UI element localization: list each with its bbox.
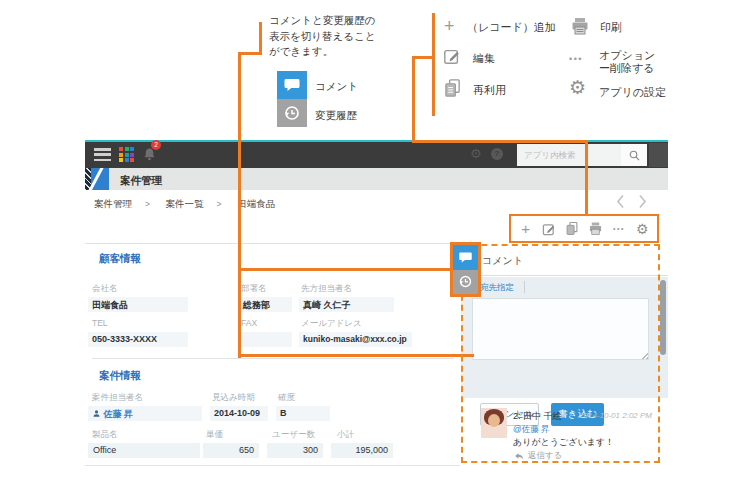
field-label: 部署名	[241, 283, 267, 295]
hamburger-menu-icon[interactable]	[94, 148, 111, 161]
breadcrumb-app[interactable]: 案件管理	[94, 198, 132, 209]
field-label: FAX	[241, 318, 257, 328]
table-header: 小計	[337, 429, 354, 441]
app-bar: 案件管理	[85, 168, 668, 190]
breadcrumb-separator: >	[217, 199, 222, 209]
reuse-icon	[443, 78, 462, 102]
divider	[524, 281, 525, 293]
reply-button[interactable]: 返信する	[513, 450, 562, 462]
record-toolbar: + ••• ⚙	[509, 214, 659, 243]
comment-author: 2: 田中 千絵	[513, 410, 562, 423]
comment-toggle-label: コメント	[315, 80, 358, 94]
field-value-email: kuniko-masaki@xxx.co.jp	[299, 332, 412, 347]
header-gear-icon[interactable]: ⚙	[470, 146, 482, 161]
person-icon	[92, 409, 101, 418]
field-label: メールアドレス	[301, 318, 362, 330]
reply-label: 返信する	[528, 450, 562, 462]
comment-textarea[interactable]	[472, 298, 649, 360]
edit-icon	[443, 47, 461, 69]
legend-edit-label: 編集	[473, 51, 495, 66]
field-label: 確度	[278, 392, 295, 404]
legend-add-label: （レコード）追加	[467, 20, 556, 35]
options-icon: •••	[569, 54, 583, 64]
mention-link[interactable]: @佐藤 昇	[513, 424, 550, 436]
author-name: 田中 千絵	[523, 411, 562, 421]
history-toggle-button[interactable]	[453, 270, 478, 295]
breadcrumb-list[interactable]: 案件一覧	[166, 198, 204, 209]
annotation-line	[238, 52, 262, 55]
breadcrumb-separator: >	[145, 199, 150, 209]
annotation-line	[432, 13, 435, 116]
options-menu-button[interactable]: •••	[611, 221, 627, 237]
comment-form: 宛先指定 キャンセル 書き込む	[461, 277, 668, 398]
comment-bubble-icon	[277, 71, 307, 99]
table-header: ユーザー数	[272, 429, 315, 441]
annotation-line	[412, 56, 415, 143]
table-cell-users: 300	[267, 443, 323, 458]
history-toggle-label: 変更履歴	[315, 109, 357, 123]
comment-panel: コメント 宛先指定 キャンセル 書き込む 2: 田中 千絵 2014-10-01…	[461, 243, 668, 467]
search-button[interactable]	[621, 144, 647, 166]
print-icon	[570, 16, 590, 40]
table-cell-unit-price: 650	[203, 443, 259, 458]
history-clock-icon	[458, 274, 473, 289]
legend-options-label-2: ー削除する	[599, 61, 655, 76]
field-value-owner: 佐藤 昇	[88, 406, 202, 421]
avatar	[481, 408, 507, 438]
table-cell-product: Office	[88, 443, 200, 458]
annotation-line	[412, 140, 588, 143]
section-title-customer: 顧客情報	[99, 252, 141, 266]
search-input[interactable]	[517, 144, 621, 166]
help-icon[interactable]: ?	[491, 148, 503, 160]
section-divider	[92, 358, 454, 359]
prev-record-chevron-icon[interactable]	[614, 193, 627, 210]
global-header: 2 ⚙ ?	[85, 142, 668, 168]
owner-user-link[interactable]: 佐藤 昇	[104, 409, 134, 419]
legend-print-label: 印刷	[600, 20, 622, 35]
field-label: TEL	[92, 318, 108, 328]
app-launcher-icon[interactable]	[119, 147, 135, 163]
edit-record-button[interactable]	[541, 221, 557, 237]
add-record-button[interactable]: +	[518, 221, 534, 237]
comment-timestamp: 2014-10-01 2:02 PM	[579, 411, 652, 420]
next-record-chevron-icon[interactable]	[636, 193, 649, 210]
app-title: 案件管理	[120, 174, 162, 188]
annotation-line	[412, 56, 435, 59]
field-value-fax	[239, 332, 292, 347]
breadcrumb-record: 田端食品	[237, 198, 275, 209]
legend-settings-label: アプリの設定	[599, 85, 666, 100]
resize-grip[interactable]	[642, 353, 648, 359]
app-settings-button[interactable]: ⚙	[634, 221, 650, 237]
help-page: コメントと変更履歴の表示を切り替えることができます。 コメント 変更履歴 + （…	[0, 0, 745, 495]
plus-icon: +	[444, 17, 455, 35]
reuse-record-button[interactable]	[564, 221, 580, 237]
history-clock-icon	[277, 99, 307, 127]
field-value-company: 田端食品	[88, 297, 188, 312]
mention-to-link[interactable]: 宛先指定	[480, 282, 514, 294]
field-value-expected-date: 2014-10-09	[210, 406, 268, 421]
comment-body: ありがとうございます！	[513, 436, 614, 449]
legend-reuse-label: 再利用	[473, 83, 506, 98]
app-icon[interactable]	[85, 168, 109, 190]
field-label: 会社名	[92, 283, 118, 295]
table-cell-subtotal: 195,000	[331, 443, 393, 458]
print-record-button[interactable]	[588, 221, 604, 237]
record-bottom-border	[85, 465, 460, 466]
scrollbar[interactable]	[660, 280, 666, 355]
annotation-line	[238, 268, 452, 271]
header-right-block	[649, 143, 668, 167]
comment-panel-title: コメント	[461, 243, 668, 276]
table-header: 製品名	[92, 429, 118, 441]
gear-icon: ⚙	[569, 78, 586, 97]
annotation-line	[238, 354, 474, 357]
comment-bubble-icon	[458, 250, 473, 265]
breadcrumb: 案件管理> 案件一覧> 田端食品	[94, 198, 288, 211]
comment-toggle-button[interactable]	[453, 245, 478, 270]
field-label: 見込み時期	[212, 392, 255, 404]
annotation-line	[585, 140, 588, 216]
field-value-probability: B	[276, 406, 330, 421]
annotation-line	[238, 52, 241, 358]
table-header: 単価	[206, 429, 223, 441]
field-value-department: 総務部	[239, 297, 292, 312]
field-value-contact: 真崎 久仁子	[299, 297, 394, 312]
